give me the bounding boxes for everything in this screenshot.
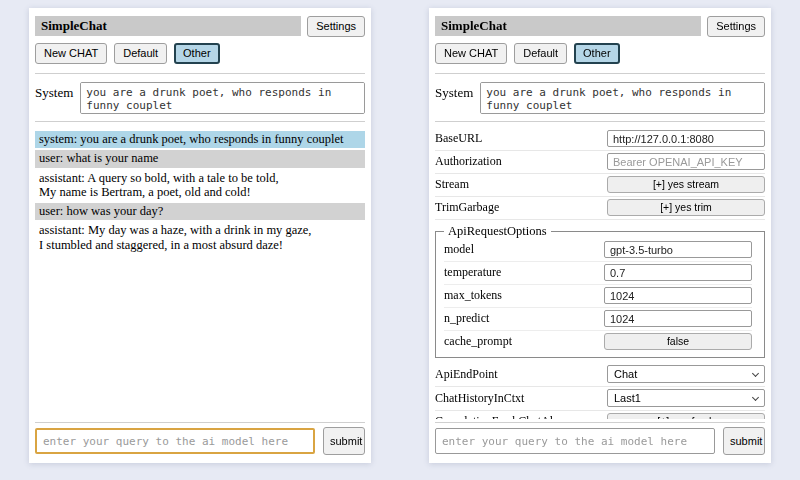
model-input[interactable] bbox=[604, 241, 752, 258]
chevron-down-icon bbox=[752, 393, 759, 400]
app-title: SimpleChat bbox=[35, 16, 301, 36]
api-request-options-group: ApiRequestOptions model temperature max_… bbox=[435, 224, 765, 358]
divider bbox=[435, 73, 765, 74]
temperature-input[interactable] bbox=[604, 264, 752, 281]
system-prompt-label: System bbox=[35, 82, 73, 114]
query-row: submit bbox=[435, 427, 765, 455]
model-label: model bbox=[444, 242, 598, 257]
completion-fresh-label: CompletionFreshChatAlways bbox=[435, 414, 601, 419]
divider bbox=[35, 422, 365, 423]
new-chat-button[interactable]: New CHAT bbox=[35, 43, 107, 64]
divider bbox=[435, 121, 765, 122]
settings-list: BaseURL Authorization Stream [+] yes str… bbox=[435, 128, 765, 419]
chat-message-list: system: you are a drunk poet, who respon… bbox=[35, 131, 365, 419]
query-input[interactable] bbox=[35, 428, 315, 454]
sessions-row: New CHAT Default Other bbox=[35, 43, 365, 64]
settings-button[interactable]: Settings bbox=[307, 16, 365, 37]
divider bbox=[35, 121, 365, 122]
chat-message-user: user: what is your name bbox=[35, 150, 365, 167]
divider bbox=[35, 73, 365, 74]
authorization-input[interactable] bbox=[607, 153, 765, 170]
sessions-row: New CHAT Default Other bbox=[435, 43, 765, 64]
temperature-label: temperature bbox=[444, 265, 598, 280]
stream-toggle-button[interactable]: [+] yes stream bbox=[607, 176, 765, 193]
chat-message-system: system: you are a drunk poet, who respon… bbox=[35, 131, 365, 148]
setting-row-max-tokens: max_tokens bbox=[444, 285, 752, 308]
stream-label: Stream bbox=[435, 177, 601, 192]
setting-row-model: model bbox=[444, 239, 752, 262]
setting-row-chat-history: ChatHistoryInCtxt Last1 bbox=[435, 387, 765, 411]
api-endpoint-select[interactable]: Chat bbox=[607, 365, 765, 383]
api-request-options-legend: ApiRequestOptions bbox=[444, 224, 551, 239]
session-button-default[interactable]: Default bbox=[514, 43, 567, 64]
query-input[interactable] bbox=[435, 428, 715, 454]
session-button-default[interactable]: Default bbox=[114, 43, 167, 64]
setting-row-completion-fresh: CompletionFreshChatAlways [+] yes fresh bbox=[435, 411, 765, 419]
setting-row-cache-prompt: cache_prompt false bbox=[444, 331, 752, 353]
session-button-other[interactable]: Other bbox=[174, 43, 220, 64]
completion-fresh-toggle-button[interactable]: [+] yes fresh bbox=[607, 413, 765, 419]
chat-history-selected-value: Last1 bbox=[614, 392, 641, 404]
system-prompt-input[interactable]: you are a drunk poet, who responds in fu… bbox=[480, 82, 765, 114]
cache-prompt-toggle-button[interactable]: false bbox=[604, 333, 752, 350]
system-prompt-row: System you are a drunk poet, who respond… bbox=[35, 82, 365, 114]
baseurl-label: BaseURL bbox=[435, 131, 601, 146]
setting-row-n-predict: n_predict bbox=[444, 308, 752, 331]
settings-button[interactable]: Settings bbox=[707, 16, 765, 37]
header-row: SimpleChat Settings bbox=[35, 16, 365, 37]
api-endpoint-label: ApiEndPoint bbox=[435, 367, 601, 382]
new-chat-button[interactable]: New CHAT bbox=[435, 43, 507, 64]
settings-panel: SimpleChat Settings New CHAT Default Oth… bbox=[429, 8, 771, 463]
setting-row-temperature: temperature bbox=[444, 262, 752, 285]
api-endpoint-selected-value: Chat bbox=[614, 368, 637, 380]
chat-history-select[interactable]: Last1 bbox=[607, 389, 765, 407]
setting-row-authorization: Authorization bbox=[435, 151, 765, 174]
setting-row-baseurl: BaseURL bbox=[435, 128, 765, 151]
app-title: SimpleChat bbox=[435, 16, 701, 36]
chat-message-user: user: how was your day? bbox=[35, 203, 365, 220]
submit-button[interactable]: submit bbox=[323, 427, 365, 455]
authorization-label: Authorization bbox=[435, 154, 601, 169]
n-predict-label: n_predict bbox=[444, 311, 598, 326]
chat-message-assistant: assistant: A query so bold, with a tale … bbox=[35, 170, 365, 202]
max-tokens-label: max_tokens bbox=[444, 288, 598, 303]
chat-history-label: ChatHistoryInCtxt bbox=[435, 391, 601, 406]
chat-panel: SimpleChat Settings New CHAT Default Oth… bbox=[29, 8, 371, 463]
cache-prompt-label: cache_prompt bbox=[444, 334, 598, 349]
system-prompt-row: System you are a drunk poet, who respond… bbox=[435, 82, 765, 114]
chat-message-assistant: assistant: My day was a haze, with a dri… bbox=[35, 222, 365, 254]
session-button-other[interactable]: Other bbox=[574, 43, 620, 64]
setting-row-stream: Stream [+] yes stream bbox=[435, 174, 765, 197]
query-row: submit bbox=[35, 427, 365, 455]
chevron-down-icon bbox=[752, 369, 759, 376]
max-tokens-input[interactable] bbox=[604, 287, 752, 304]
baseurl-input[interactable] bbox=[607, 130, 765, 147]
divider bbox=[435, 422, 765, 423]
n-predict-input[interactable] bbox=[604, 310, 752, 327]
page: SimpleChat Settings New CHAT Default Oth… bbox=[0, 0, 800, 463]
header-row: SimpleChat Settings bbox=[435, 16, 765, 37]
submit-button[interactable]: submit bbox=[723, 427, 765, 455]
trimgarbage-toggle-button[interactable]: [+] yes trim bbox=[607, 199, 765, 216]
setting-row-trimgarbage: TrimGarbage [+] yes trim bbox=[435, 197, 765, 220]
system-prompt-label: System bbox=[435, 82, 473, 114]
trimgarbage-label: TrimGarbage bbox=[435, 200, 601, 215]
system-prompt-input[interactable]: you are a drunk poet, who responds in fu… bbox=[80, 82, 365, 114]
setting-row-api-endpoint: ApiEndPoint Chat bbox=[435, 363, 765, 387]
